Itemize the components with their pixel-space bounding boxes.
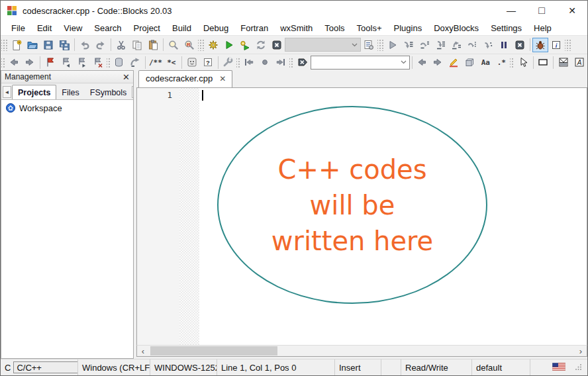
next-instruction-button[interactable] <box>464 38 480 52</box>
find-button[interactable] <box>166 38 181 52</box>
symbols-stack-button[interactable] <box>111 55 127 70</box>
split-window-button[interactable] <box>556 55 571 70</box>
code-editor[interactable]: C++ codes will be written here <box>199 88 587 345</box>
scrollbar-track[interactable] <box>149 346 575 356</box>
find-replace-button[interactable]: R <box>181 38 197 52</box>
menu-build[interactable]: Build <box>166 22 197 34</box>
rect-tool-button[interactable] <box>535 55 551 70</box>
compiler-options-button[interactable] <box>361 38 377 52</box>
stop-debugger-button[interactable] <box>512 38 528 52</box>
next-bookmark-button[interactable] <box>74 55 90 70</box>
goto-next-change-button[interactable] <box>273 55 289 70</box>
clear-bookmarks-button[interactable] <box>90 55 106 70</box>
editor-tab-codescracker[interactable]: codescracker.cpp ✕ <box>138 70 232 87</box>
resize-grip[interactable] <box>575 363 582 373</box>
menu-edit[interactable]: Edit <box>31 22 58 34</box>
step-into-instruction-button[interactable] <box>480 38 496 52</box>
undo-button[interactable] <box>77 38 93 52</box>
minimize-button[interactable]: — <box>496 1 526 21</box>
tab-fsymbols[interactable]: FSymbols <box>85 85 132 99</box>
copy-button[interactable] <box>129 38 145 52</box>
run-button[interactable] <box>221 38 237 52</box>
clear-search-button[interactable] <box>295 55 311 70</box>
tab-projects[interactable]: Projects <box>12 85 56 100</box>
toolbar-grip[interactable] <box>107 57 111 68</box>
menu-view[interactable]: View <box>58 22 88 34</box>
use-regex-button[interactable]: .* <box>493 55 509 70</box>
next-line-button[interactable] <box>416 38 432 52</box>
debug-continue-button[interactable] <box>385 38 401 52</box>
abort-build-button[interactable] <box>269 38 285 52</box>
toolbar-grip[interactable] <box>377 38 384 51</box>
save-all-button[interactable] <box>56 38 72 52</box>
pointer-tool-button[interactable] <box>515 55 531 70</box>
scroll-right-icon[interactable]: › <box>575 346 587 356</box>
menu-plugins[interactable]: Plugins <box>388 22 428 34</box>
menu-file[interactable]: File <box>5 22 31 34</box>
goto-prev-change-button[interactable] <box>241 55 257 70</box>
cut-button[interactable] <box>113 38 129 52</box>
build-button[interactable] <box>205 38 221 52</box>
doxy-line-comment-button[interactable]: *< <box>164 55 179 70</box>
scroll-left-icon[interactable]: ‹ <box>137 346 149 356</box>
build-target-select[interactable] <box>285 38 361 52</box>
match-case-button[interactable]: Aa <box>477 55 493 70</box>
back-button[interactable] <box>6 55 22 70</box>
maximize-button[interactable]: □ <box>526 1 557 21</box>
break-debugger-button[interactable] <box>496 38 512 52</box>
toolbar-grip[interactable] <box>289 57 293 68</box>
toolbar-grip[interactable] <box>1 38 8 51</box>
build-and-run-button[interactable] <box>237 38 253 52</box>
tab-close-icon[interactable]: ✕ <box>219 75 226 83</box>
menu-tools-[interactable]: Tools+ <box>351 22 388 34</box>
incremental-search-input[interactable] <box>311 56 410 70</box>
settings-wrench-button[interactable] <box>220 55 236 70</box>
tree-item-workspace[interactable]: Workspace <box>3 102 132 114</box>
selection-box-button[interactable] <box>462 55 477 70</box>
change-marker-button[interactable] <box>257 55 273 70</box>
format-letter-button[interactable]: A <box>571 55 587 70</box>
redo-button[interactable] <box>93 38 109 52</box>
toolbar-grip[interactable] <box>565 38 571 51</box>
menu-settings[interactable]: Settings <box>485 22 528 34</box>
menu-fortran[interactable]: Fortran <box>234 22 274 34</box>
step-into-button[interactable] <box>432 38 448 52</box>
step-out-button[interactable] <box>448 38 464 52</box>
toolbar-grip[interactable] <box>236 57 240 68</box>
menu-wxsmith[interactable]: wxSmith <box>274 22 318 34</box>
paste-button[interactable] <box>145 38 161 52</box>
toolbar-grip[interactable] <box>1 57 5 68</box>
tab-scroll-right-icon[interactable]: ► <box>132 86 133 98</box>
rebuild-button[interactable] <box>253 38 269 52</box>
menu-project[interactable]: Project <box>128 22 166 34</box>
goto-declaration-button[interactable] <box>127 55 143 70</box>
tab-files[interactable]: Files <box>56 85 84 99</box>
menu-help[interactable]: Help <box>528 22 558 34</box>
management-close-icon[interactable]: ✕ <box>122 73 130 81</box>
toolbar-grip[interactable] <box>510 57 514 68</box>
prev-bookmark-button[interactable] <box>58 55 74 70</box>
forward-button[interactable] <box>22 55 38 70</box>
highlight-occurrences-button[interactable] <box>446 55 462 70</box>
doxy-wizard-button[interactable] <box>184 55 200 70</box>
scrollbar-thumb[interactable] <box>150 346 277 355</box>
menu-doxyblocks[interactable]: DoxyBlocks <box>428 22 485 34</box>
menu-debug[interactable]: Debug <box>197 22 234 34</box>
toggle-bookmark-button[interactable] <box>42 55 58 70</box>
doxy-help-button[interactable]: ? <box>200 55 216 70</box>
horizontal-scrollbar[interactable]: ‹ › <box>136 345 587 357</box>
menu-search[interactable]: Search <box>88 22 127 34</box>
menu-tools[interactable]: Tools <box>318 22 350 34</box>
prev-result-button[interactable] <box>414 55 430 70</box>
tab-scroll-left-icon[interactable]: ◄ <box>3 86 11 98</box>
new-file-button[interactable] <box>9 38 24 52</box>
doxy-block-comment-button[interactable]: /** <box>148 55 164 70</box>
toolbar-grip[interactable] <box>198 38 205 51</box>
run-to-cursor-button[interactable] <box>401 38 416 52</box>
open-file-button[interactable] <box>24 38 40 52</box>
highlight-language-select[interactable]: C/C++ <box>13 361 78 373</box>
close-button[interactable]: ✕ <box>557 1 587 21</box>
save-file-button[interactable] <box>40 38 56 52</box>
debugging-windows-button[interactable] <box>532 38 548 52</box>
debug-info-button[interactable]: i <box>548 38 564 52</box>
